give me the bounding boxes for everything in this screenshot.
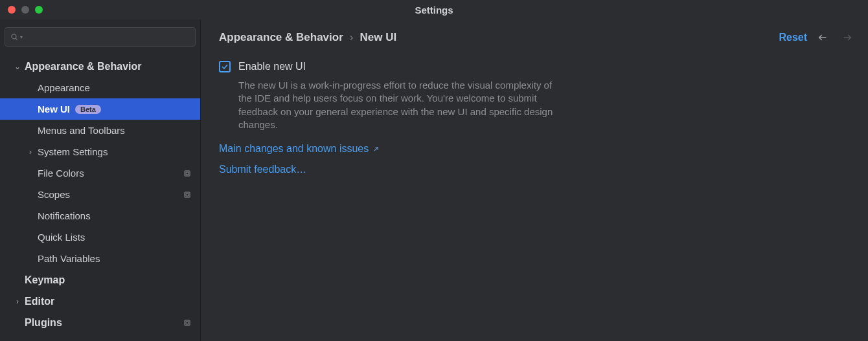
tree-item-appearance[interactable]: Appearance	[0, 77, 200, 98]
window-minimize-button[interactable]	[21, 6, 29, 14]
reset-button[interactable]: Reset	[779, 32, 807, 43]
settings-search-input[interactable]	[5, 27, 196, 47]
link-submit-feedback[interactable]: Submit feedback…	[219, 164, 789, 175]
svg-line-10	[374, 147, 378, 151]
nav-back-button[interactable]	[814, 30, 832, 45]
enable-new-ui-label: Enable new UI	[238, 61, 306, 72]
breadcrumb-parent[interactable]: Appearance & Behavior	[219, 31, 343, 44]
window-title: Settings	[0, 5, 868, 16]
chevron-right-icon: ›	[23, 148, 38, 157]
project-scope-icon	[183, 170, 191, 177]
link-main-changes[interactable]: Main changes and known issues	[219, 143, 789, 155]
svg-rect-5	[186, 193, 188, 196]
tree-item-quick-lists[interactable]: Quick Lists	[0, 226, 200, 248]
settings-tree: ⌄ Appearance & Behavior Appearance New U…	[0, 53, 200, 341]
chevron-down-icon: ⌄	[10, 62, 25, 71]
main-header: Appearance & Behavior › New UI Reset	[219, 30, 856, 45]
titlebar: Settings	[0, 0, 868, 19]
breadcrumb: Appearance & Behavior › New UI	[219, 31, 396, 44]
project-scope-icon	[183, 191, 191, 199]
breadcrumb-current: New UI	[360, 31, 396, 44]
tree-item-system-settings[interactable]: › System Settings	[0, 141, 200, 162]
tree-item-path-variables[interactable]: Path Variables	[0, 248, 200, 269]
window-controls	[0, 6, 43, 14]
svg-rect-7	[186, 322, 188, 324]
window-close-button[interactable]	[8, 6, 16, 14]
enable-new-ui-description: The new UI is a work-in-progress effort …	[238, 79, 562, 131]
tree-item-plugins[interactable]: Plugins	[0, 312, 200, 333]
beta-badge: Beta	[75, 105, 101, 114]
search-history-caret-icon[interactable]: ▾	[20, 34, 23, 40]
svg-rect-2	[185, 171, 190, 176]
window-maximize-button[interactable]	[35, 6, 43, 14]
tree-item-file-colors[interactable]: File Colors	[0, 162, 200, 184]
tree-item-keymap[interactable]: Keymap	[0, 269, 200, 291]
tree-item-menus-and-toolbars[interactable]: Menus and Toolbars	[0, 120, 200, 141]
enable-new-ui-checkbox[interactable]	[219, 61, 231, 72]
tree-item-notifications[interactable]: Notifications	[0, 205, 200, 226]
settings-main-panel: Appearance & Behavior › New UI Reset Ena…	[201, 19, 868, 341]
svg-rect-6	[185, 320, 190, 325]
external-link-icon	[372, 146, 380, 153]
tree-item-appearance-and-behavior[interactable]: ⌄ Appearance & Behavior	[0, 56, 200, 77]
breadcrumb-separator: ›	[350, 31, 354, 44]
tree-item-editor[interactable]: › Editor	[0, 291, 200, 312]
tree-item-scopes[interactable]: Scopes	[0, 184, 200, 205]
project-scope-icon	[183, 319, 191, 327]
chevron-right-icon: ›	[10, 297, 25, 306]
settings-sidebar: ▾ ⌄ Appearance & Behavior Appearance New…	[0, 19, 201, 341]
content-area: Enable new UI The new UI is a work-in-pr…	[219, 61, 789, 175]
nav-forward-button[interactable]	[838, 30, 856, 45]
svg-rect-4	[185, 192, 190, 197]
tree-item-new-ui[interactable]: New UI Beta	[0, 98, 200, 120]
svg-rect-3	[186, 172, 188, 175]
